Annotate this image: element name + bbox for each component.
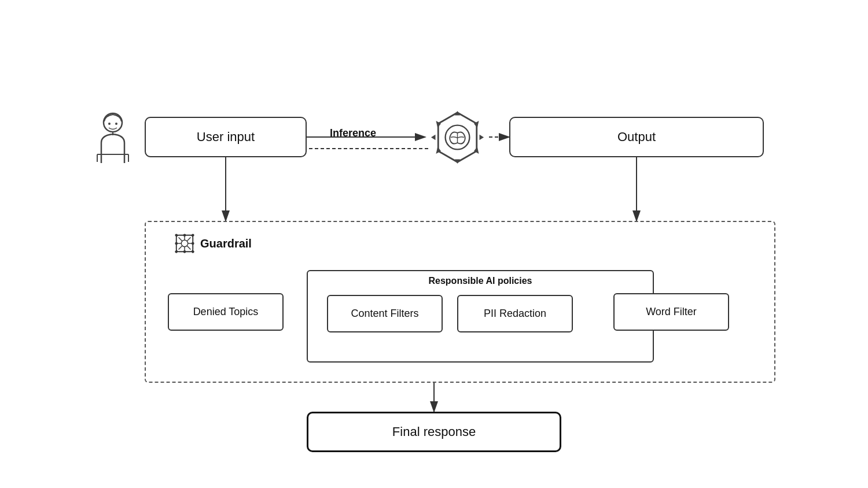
denied-topics-label: Denied Topics: [193, 306, 259, 318]
pii-redaction-label: PII Redaction: [484, 308, 546, 320]
user-input-box: User input: [145, 117, 307, 157]
ai-model-icon: [428, 108, 486, 166]
content-filters-label: Content Filters: [351, 308, 418, 320]
guardrail-label: Guardrail: [200, 237, 252, 250]
svg-marker-13: [479, 134, 484, 140]
pii-redaction-box: PII Redaction: [457, 295, 573, 332]
svg-point-35: [192, 242, 194, 245]
final-response-box: Final response: [307, 412, 561, 452]
svg-point-32: [175, 250, 178, 253]
svg-point-34: [175, 242, 178, 245]
svg-point-36: [183, 234, 186, 236]
svg-marker-12: [431, 134, 435, 140]
user-figure: [93, 111, 133, 163]
denied-topics-box: Denied Topics: [168, 293, 284, 331]
output-label: Output: [617, 130, 656, 145]
svg-point-21: [181, 240, 187, 246]
architecture-diagram: User input Inference Output: [58, 42, 810, 446]
content-filters-box: Content Filters: [327, 295, 443, 332]
svg-point-30: [175, 234, 178, 236]
svg-line-27: [187, 246, 190, 249]
word-filter-box: Word Filter: [613, 293, 729, 331]
responsible-ai-title: Responsible AI policies: [307, 276, 654, 286]
svg-point-37: [183, 250, 186, 253]
svg-line-26: [179, 238, 182, 241]
final-response-label: Final response: [392, 424, 476, 439]
svg-point-8: [115, 123, 117, 125]
inference-label: Inference: [330, 127, 376, 139]
output-box: Output: [509, 117, 764, 157]
guardrail-icon: [174, 232, 196, 254]
svg-line-28: [187, 238, 190, 241]
svg-point-7: [108, 123, 111, 125]
svg-line-29: [179, 246, 182, 249]
guardrail-title-area: Guardrail: [174, 232, 252, 254]
word-filter-label: Word Filter: [646, 306, 697, 318]
svg-point-33: [192, 250, 194, 253]
user-input-label: User input: [197, 130, 255, 145]
svg-point-31: [192, 234, 194, 236]
